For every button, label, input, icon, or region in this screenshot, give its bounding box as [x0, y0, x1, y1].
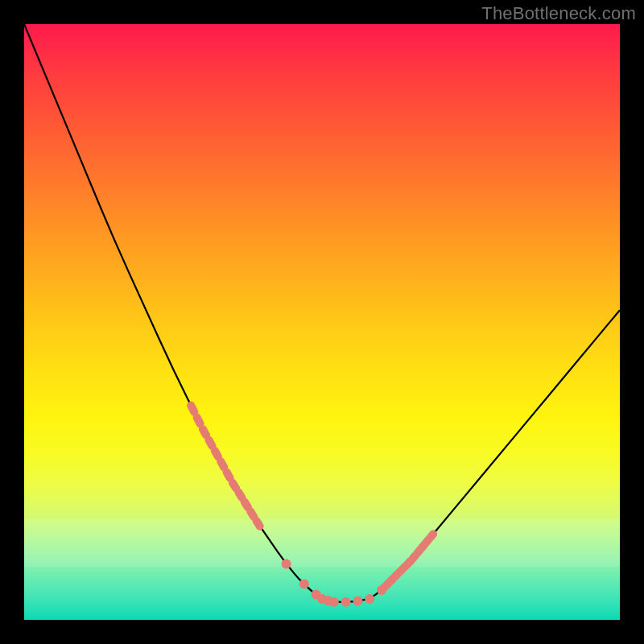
svg-line-0: [191, 406, 194, 412]
svg-line-23: [431, 534, 433, 537]
plot-area: [24, 24, 620, 620]
svg-point-33: [377, 585, 386, 595]
svg-point-30: [341, 597, 351, 607]
svg-line-1: [197, 417, 200, 423]
svg-line-9: [245, 502, 248, 507]
bottleneck-curve-svg: [24, 24, 620, 620]
highlight-left: [191, 406, 259, 526]
svg-point-32: [365, 594, 374, 604]
svg-point-24: [282, 559, 291, 568]
svg-line-2: [203, 429, 206, 435]
svg-line-6: [227, 472, 230, 477]
highlight-right: [382, 534, 433, 590]
svg-line-3: [208, 440, 212, 446]
svg-line-8: [238, 493, 242, 498]
chart-frame: TheBottleneck.com: [0, 0, 644, 644]
svg-line-10: [250, 511, 254, 517]
watermark-text: TheBottleneck.com: [481, 3, 636, 24]
svg-point-25: [299, 580, 309, 589]
svg-point-29: [329, 597, 339, 607]
svg-point-31: [353, 597, 362, 606]
svg-line-4: [215, 451, 218, 456]
svg-line-5: [221, 461, 224, 467]
svg-line-11: [257, 521, 260, 526]
floor-markers: [282, 559, 386, 606]
svg-line-7: [233, 483, 236, 489]
bottleneck-curve-path: [24, 24, 620, 602]
